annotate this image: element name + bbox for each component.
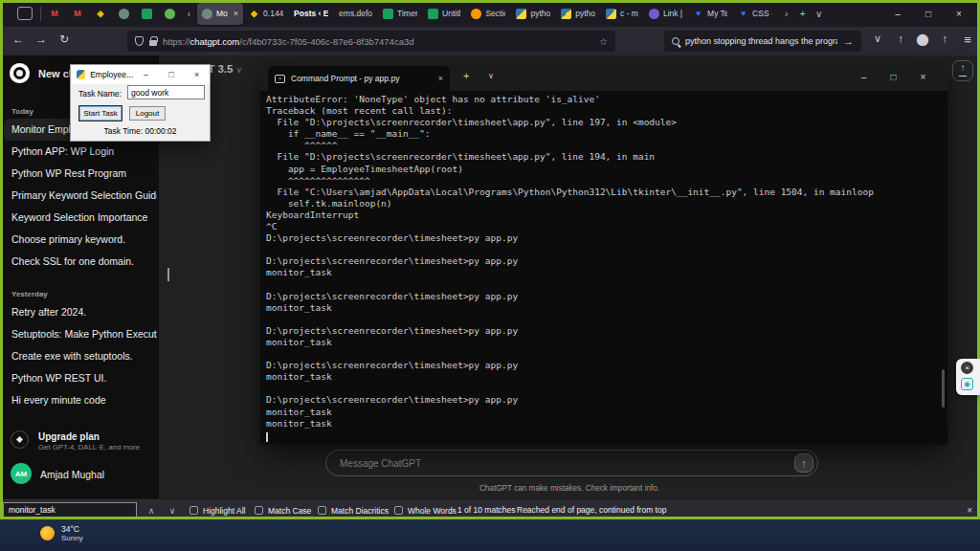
avatar[interactable]: AM [11, 463, 32, 484]
pinned-tab-gmail[interactable]: M [66, 3, 89, 24]
employee-close-button[interactable]: × [184, 70, 210, 79]
recorder-record-icon[interactable]: ◉ [961, 378, 973, 390]
tab-separator [40, 7, 41, 21]
lock-icon[interactable] [149, 40, 157, 46]
send-arrow-icon: ↑ [801, 457, 807, 469]
menu-icon[interactable]: ≡ [959, 33, 976, 47]
conversation-item[interactable]: Python WP Rest Program [4, 163, 157, 185]
upgrade-plan-button[interactable]: Upgrade plan [38, 431, 100, 442]
browser-tab[interactable]: pytho [556, 3, 600, 25]
pinned-tab-gmail[interactable]: M [43, 3, 66, 24]
tab-scroll-right-button[interactable]: › [778, 3, 794, 24]
browser-tab[interactable]: ♥CSS - [733, 3, 777, 25]
conversation-item[interactable]: Python WP REST UI. [4, 367, 157, 389]
active-tab[interactable]: Mo× [197, 3, 243, 25]
terminal-close-button[interactable]: × [908, 72, 938, 82]
task-name-input[interactable] [127, 85, 205, 99]
tab-close-icon[interactable]: × [232, 9, 238, 18]
tab-scroll-left-button[interactable]: ‹ [181, 3, 197, 24]
browser-tab[interactable]: ems.defo [334, 3, 377, 25]
employee-minimize-button[interactable]: – [133, 70, 159, 79]
close-button[interactable]: × [944, 9, 974, 19]
browser-tab[interactable]: Untitl [423, 3, 465, 25]
conversation-item[interactable]: Python APP: WP Login [4, 141, 157, 163]
pocket-icon[interactable]: ∨ [869, 33, 886, 45]
checkbox-icon[interactable] [318, 506, 326, 515]
heart-site-icon: ♥ [693, 9, 703, 19]
recorder-stop-icon[interactable]: × [961, 362, 973, 374]
list-tabs-button[interactable]: ∨ [811, 3, 827, 24]
terminal-tab[interactable]: > Command Prompt - py app.py × [268, 66, 450, 91]
browser-tab[interactable]: c - m [601, 3, 643, 25]
extension-circle-icon[interactable]: ⬤ [914, 33, 931, 46]
new-tab-button[interactable]: + [794, 3, 811, 24]
whole-words-option[interactable]: Whole Words [394, 499, 457, 521]
maximize-button[interactable]: □ [913, 9, 944, 19]
terminal-minimize-button[interactable]: – [849, 72, 879, 82]
pinned-tab-binance[interactable]: ◆ [89, 3, 112, 24]
highlight-all-option[interactable]: Highlight All [189, 499, 245, 521]
pinned-tab-upwork[interactable] [158, 3, 181, 24]
minimize-button[interactable]: – [882, 9, 913, 19]
conversation-item[interactable]: Hi every minute code [4, 389, 157, 411]
forward-button[interactable]: → [33, 33, 50, 46]
user-name[interactable]: Amjad Mughal [40, 469, 104, 480]
terminal-body[interactable]: AttributeError: 'NoneType' object has no… [260, 91, 947, 445]
reload-button[interactable]: ↻ [56, 33, 73, 46]
find-close-button[interactable]: × [967, 499, 972, 521]
conversation-item[interactable]: Choose primary keyword. [4, 229, 157, 251]
browser-tab[interactable]: pytho [511, 3, 555, 25]
bookmark-star-icon[interactable]: ☆ [599, 36, 608, 47]
pinned-tab-sheets[interactable] [135, 3, 158, 24]
browser-tab[interactable]: Posts ‹ Em [289, 3, 333, 25]
firefox-view-icon[interactable] [17, 7, 33, 20]
back-button[interactable]: ← [10, 33, 27, 46]
checkbox-icon[interactable] [189, 506, 198, 515]
search-query[interactable]: python stopping thread hangs the program [685, 36, 837, 46]
start-task-button[interactable]: Start Task [78, 105, 122, 121]
sidebar-scrollbar-thumb[interactable] [167, 268, 169, 281]
find-input[interactable] [3, 502, 137, 518]
url-bar[interactable]: https://chatgpt.com/c/f4b0733c-7f05-406c… [127, 31, 615, 52]
conversation-item[interactable]: Check SSL for one domain. [4, 251, 157, 273]
search-go-icon[interactable]: → [843, 35, 854, 47]
share-chat-button[interactable]: ↑ [952, 60, 973, 81]
checkbox-icon[interactable] [394, 506, 403, 515]
send-button[interactable]: ↑ [794, 453, 813, 473]
terminal-tab-close-icon[interactable]: × [438, 74, 443, 83]
logout-button[interactable]: Logout [129, 106, 166, 121]
terminal-maximize-button[interactable]: □ [879, 72, 908, 82]
conversation-item[interactable]: Create exe with setuptools. [4, 345, 157, 367]
match-case-option[interactable]: Match Case [255, 499, 311, 521]
share-extension-icon[interactable]: ↑ [936, 33, 953, 46]
message-input[interactable] [340, 458, 794, 469]
terminal-titlebar[interactable]: > Command Prompt - py app.py × + ∨ – □ × [260, 62, 947, 91]
weather-widget[interactable]: 34°C Sunny [40, 524, 83, 542]
url-text[interactable]: https://chatgpt.com/c/f4b0733c-7f05-406c… [163, 36, 593, 47]
browser-tab[interactable]: Link | [644, 3, 687, 25]
find-previous-button[interactable]: ∧ [142, 499, 161, 521]
checkbox-icon[interactable] [255, 506, 263, 515]
terminal-new-tab-button[interactable]: + [463, 70, 469, 81]
find-next-button[interactable]: ∨ [163, 499, 182, 521]
browser-tab[interactable]: ◆0.1446 [244, 3, 288, 25]
search-bar[interactable]: python stopping thread hangs the program… [664, 31, 861, 52]
browser-tab[interactable]: ♥My Te [688, 3, 732, 25]
browser-toolbar: ← → ↻ https://chatgpt.com/c/f4b0733c-7f0… [0, 27, 980, 55]
tracking-shield-icon[interactable] [135, 36, 144, 46]
terminal-scrollbar-thumb[interactable] [942, 369, 945, 408]
conversation-item[interactable]: Retry after 2024. [4, 301, 157, 323]
conversation-item[interactable]: Primary Keyword Selection Guide [4, 185, 157, 207]
employee-maximize-button[interactable]: □ [159, 70, 185, 79]
downloads-icon[interactable]: ↑ [892, 33, 909, 46]
conversation-item[interactable]: Setuptools: Make Python Executabl [4, 323, 157, 345]
tab-title: Mo [216, 9, 228, 18]
match-diacritics-option[interactable]: Match Diacritics [318, 499, 389, 521]
browser-tab[interactable]: Sectio [466, 3, 510, 25]
pinned-tab-chatgpt[interactable] [112, 3, 135, 24]
terminal-dropdown-icon[interactable]: ∨ [488, 72, 494, 80]
employee-titlebar[interactable]: Employee... – □ × [71, 65, 210, 84]
conversation-item[interactable]: Keyword Selection Importance [4, 207, 157, 229]
message-composer[interactable]: ↑ [325, 450, 818, 476]
browser-tab[interactable]: Times [378, 3, 422, 25]
